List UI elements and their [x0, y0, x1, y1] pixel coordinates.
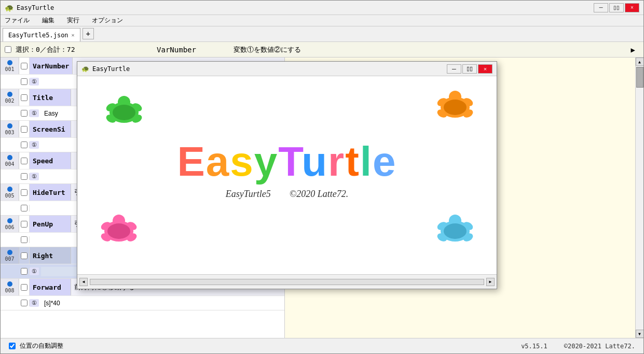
row-dot-001 [7, 60, 12, 65]
modal-icon: 🐢 [81, 65, 89, 73]
modal-title-bar: 🐢 EasyTurtle ─ ▯▯ × [77, 62, 497, 76]
status-bar: 位置の自動調整 v5.15.1 ©2020-2021 Latte72. [1, 338, 643, 353]
turtle-bottom-right [434, 210, 476, 248]
modal-content: EasyTurtle EasyTurtle5 ©2020 Latte72. [77, 76, 497, 274]
tab-easyturtl5[interactable]: EasyTurtle5.json ✕ [3, 28, 80, 41]
sub-tag-004: ① [30, 173, 39, 180]
row-name-005: HideTurt [30, 184, 71, 201]
row-dot-004 [7, 155, 12, 160]
select-all-checkbox[interactable] [5, 46, 11, 53]
header-var-name: VarNumber [119, 46, 234, 54]
modal-close-btn[interactable]: × [478, 64, 492, 74]
modal-bottom-scrollbar: ◀ ▶ [77, 274, 497, 289]
row-name-007: Right [30, 247, 71, 264]
row-number-003: 003 [1, 121, 19, 137]
menu-options[interactable]: オプション [90, 15, 125, 26]
row-name-001: VarNumber [30, 58, 73, 74]
modal-scroll-right[interactable]: ▶ [486, 278, 495, 286]
row-checkbox-007[interactable] [19, 247, 30, 264]
modal-logo-text: EasyTurtle EasyTurtle5 ©2020 Latte72. [177, 138, 396, 200]
scroll-down-btn[interactable]: ▼ [636, 330, 644, 338]
row-dot-006 [7, 218, 12, 223]
svg-point-20 [107, 223, 130, 239]
tab-label: EasyTurtle5.json [8, 32, 68, 39]
svg-point-6 [113, 105, 135, 120]
tab-add-button[interactable]: + [83, 28, 94, 39]
sub-tag-003: ① [30, 141, 39, 149]
row-name-004: Speed [30, 152, 71, 169]
title-bar: 🐢 EasyTurtle ─ ▯▯ × [1, 1, 643, 15]
menu-edit[interactable]: 編集 [40, 15, 57, 26]
scroll-right-icon: ▶ [631, 46, 635, 54]
svg-point-27 [444, 223, 467, 239]
row-checkbox-006[interactable] [19, 216, 30, 232]
menu-run[interactable]: 実行 [65, 15, 81, 26]
row-sub-checkbox-006[interactable] [19, 236, 30, 243]
row-sub-checkbox-002[interactable] [19, 110, 30, 117]
row-number-008: 008 [1, 279, 19, 295]
row-name-003: ScreenSi [30, 121, 71, 137]
modal-scroll-track [90, 279, 484, 285]
sub-input-008[interactable] [41, 299, 284, 308]
row-checkbox-005[interactable] [19, 184, 30, 201]
row-sub-checkbox-001[interactable] [19, 78, 30, 85]
header-description: 変数①を数値②にする [234, 45, 631, 54]
header-row: 選択：0／合計：72 VarNumber 変数①を数値②にする ▶ [1, 42, 643, 58]
row-dot-003 [7, 123, 12, 129]
row-sub-checkbox-007[interactable] [19, 268, 30, 275]
row-number-005: 005 [1, 184, 19, 201]
row-number-007: 007 [1, 247, 19, 264]
sub-tag-002: ① [30, 109, 39, 117]
row-checkbox-008[interactable] [19, 279, 30, 295]
row-dot-002 [7, 92, 12, 97]
right-panel-scrollbar[interactable]: ▲ ▼ [635, 58, 643, 338]
version-text: v5.15.1 [521, 343, 547, 350]
modal-scroll-left[interactable]: ◀ [79, 278, 88, 286]
row-sub-checkbox-008[interactable] [19, 300, 30, 306]
modal-title: EasyTurtle [92, 65, 130, 73]
row-checkbox-004[interactable] [19, 152, 30, 169]
tab-close-button[interactable]: ✕ [72, 32, 75, 38]
row-sub-checkbox-003[interactable] [19, 141, 30, 148]
row-name-008: Forward [30, 279, 71, 295]
row-number-004: 004 [1, 152, 19, 169]
sub-tag-001: ① [30, 78, 39, 86]
turtle-bottom-left [98, 210, 140, 248]
minimize-button[interactable]: ─ [594, 3, 608, 12]
row-sub-checkbox-005[interactable] [19, 205, 30, 211]
row-number-002: 002 [1, 89, 19, 106]
menu-file[interactable]: ファイル [3, 15, 32, 26]
modal-restore-btn[interactable]: ▯▯ [462, 64, 477, 74]
row-dot-007 [7, 250, 12, 255]
turtle-top-left [103, 92, 145, 130]
row-name-002: Title [30, 89, 71, 106]
modal-sub-text: EasyTurtle5 ©2020 Latte72. [177, 188, 396, 200]
menu-bar: ファイル 編集 実行 オプション [1, 15, 643, 26]
restore-button[interactable]: ▯▯ [609, 3, 624, 12]
tab-bar: EasyTurtle5.json ✕ + [1, 26, 643, 42]
row-checkbox-003[interactable] [19, 121, 30, 137]
scroll-up-btn[interactable]: ▲ [636, 58, 644, 66]
row-checkbox-001[interactable] [19, 58, 30, 74]
auto-adjust-area: 位置の自動調整 [9, 342, 63, 350]
header-count: 選択：0／合計：72 [16, 45, 119, 54]
close-button[interactable]: × [625, 3, 639, 12]
copyright-text: ©2020-2021 Latte72. [564, 343, 635, 350]
row-checkbox-002[interactable] [19, 89, 30, 106]
svg-point-13 [444, 100, 467, 115]
auto-adjust-checkbox[interactable] [9, 343, 16, 349]
sub-tag-007: ① [30, 267, 39, 275]
modal-window: 🐢 EasyTurtle ─ ▯▯ × [77, 61, 497, 289]
sub-tag-008: ① [30, 299, 39, 307]
row-name-006: PenUp [30, 216, 71, 232]
modal-minimize-btn[interactable]: ─ [447, 64, 461, 74]
row-dot-005 [7, 187, 12, 192]
turtle-top-right [434, 87, 476, 124]
app-icon: 🐢 [5, 4, 13, 12]
row-sub-checkbox-004[interactable] [19, 173, 30, 180]
scroll-thumb[interactable] [636, 67, 643, 88]
app-title: EasyTurtle [17, 4, 54, 11]
row-dot-008 [7, 281, 12, 287]
auto-adjust-label: 位置の自動調整 [20, 342, 63, 350]
row-number-001: 001 [1, 58, 19, 74]
